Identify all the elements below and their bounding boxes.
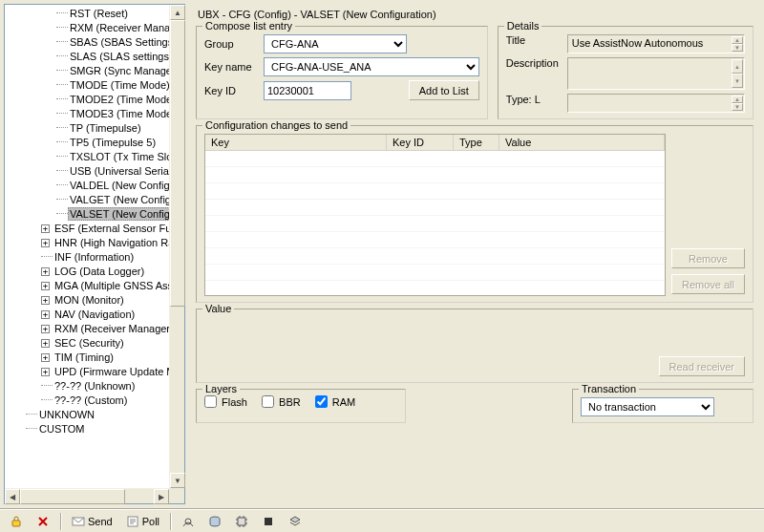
send-button[interactable]: Send xyxy=(66,512,118,531)
spin-down-icon[interactable]: ▼ xyxy=(732,44,743,52)
tree-item[interactable]: VALDEL (New Configurat... xyxy=(7,179,184,193)
tree-item-label[interactable]: RXM (Receiver Manager) xyxy=(68,22,184,33)
tree-item[interactable]: TP (Timepulse) xyxy=(7,121,184,136)
tree-item-label[interactable]: TXSLOT (Tx Time Slots) xyxy=(68,151,184,162)
spin-up-icon[interactable]: ▲ xyxy=(732,36,743,44)
remove-button[interactable]: Remove xyxy=(671,248,745,268)
tree-item-label[interactable]: RST (Reset) xyxy=(68,8,130,19)
lock-button[interactable] xyxy=(4,512,29,531)
tree-expander-icon[interactable]: + xyxy=(41,368,50,376)
tree-item-label[interactable]: USB (Universal Serial Bus... xyxy=(68,165,184,177)
tool-button-1[interactable] xyxy=(176,512,201,531)
tool-button-4[interactable] xyxy=(256,512,281,531)
tree-item[interactable]: UNKNOWN xyxy=(7,408,184,422)
tree-item-label[interactable]: SLAS (SLAS settings) xyxy=(68,51,175,62)
bbr-checkbox-label[interactable]: BBR xyxy=(262,396,301,408)
message-tree[interactable]: RST (Reset)RXM (Receiver Manager)SBAS (S… xyxy=(7,7,184,436)
scroll-left-icon[interactable]: ◀ xyxy=(5,489,20,504)
ram-checkbox[interactable] xyxy=(315,395,328,408)
tree-item-label[interactable]: TIM (Timing) xyxy=(53,351,116,363)
read-receiver-button[interactable]: Read receiver xyxy=(659,356,745,376)
tree-item[interactable]: TMODE2 (Time Mode 2) xyxy=(7,93,184,107)
tree-item[interactable]: SMGR (Sync Manager Co... xyxy=(7,64,184,78)
tree-item-label[interactable]: INF (Information) xyxy=(53,251,136,263)
tree-item[interactable]: SBAS (SBAS Settings) xyxy=(7,35,184,50)
tree-expander-icon[interactable]: + xyxy=(41,310,50,319)
tree-item-label[interactable]: LOG (Data Logger) xyxy=(53,266,146,277)
tree-item[interactable]: +LOG (Data Logger) xyxy=(7,265,184,279)
tree-item-label[interactable]: CUSTOM xyxy=(37,423,86,435)
tree-item-label[interactable]: RXM (Receiver Manager) xyxy=(53,323,176,334)
tree-item-label[interactable]: TMODE3 (Time Mode 3) xyxy=(68,108,184,119)
tree-item[interactable]: +MON (Monitor) xyxy=(7,293,184,308)
tree-item[interactable]: +MGA (Multiple GNSS Assistar... xyxy=(7,279,184,293)
poll-button[interactable]: Poll xyxy=(120,512,165,531)
tree-item[interactable]: TMODE (Time Mode) xyxy=(7,78,184,93)
tree-item-label[interactable]: SEC (Security) xyxy=(53,337,126,349)
vscroll-thumb[interactable] xyxy=(170,20,185,307)
tree-item-label[interactable]: HNR (High Navigation Rate) xyxy=(53,237,184,248)
tree-item[interactable]: TMODE3 (Time Mode 3) xyxy=(7,107,184,121)
tool-button-3[interactable] xyxy=(229,512,254,531)
tree-item[interactable]: +ESF (External Sensor Fusion... xyxy=(7,222,184,236)
tool-button-5[interactable] xyxy=(283,512,308,531)
tree-item-label[interactable]: VALDEL (New Configurat... xyxy=(68,180,184,191)
col-key[interactable]: Key xyxy=(205,135,387,150)
scroll-up-icon[interactable]: ▲ xyxy=(170,5,185,20)
tree-expander-icon[interactable]: + xyxy=(41,325,50,333)
tree-item[interactable]: INF (Information) xyxy=(7,250,184,265)
tree-item[interactable]: VALGET (New Configurat... xyxy=(7,193,184,207)
delete-button[interactable] xyxy=(31,512,55,531)
col-keyid[interactable]: Key ID xyxy=(387,135,454,150)
spin-down-icon[interactable]: ▼ xyxy=(732,103,743,111)
tree-item[interactable]: +SEC (Security) xyxy=(7,336,184,351)
tree-item[interactable]: USB (Universal Serial Bus... xyxy=(7,164,184,179)
remove-all-button[interactable]: Remove all xyxy=(671,274,745,294)
tree-item[interactable]: ??-?? (Unknown) xyxy=(7,379,184,394)
spin-up-icon[interactable]: ▲ xyxy=(732,96,743,103)
tree-item[interactable]: SLAS (SLAS settings) xyxy=(7,50,184,64)
tree-item[interactable]: +HNR (High Navigation Rate) xyxy=(7,236,184,250)
scroll-down-icon[interactable]: ▼ xyxy=(170,473,185,488)
tree-item[interactable]: VALSET (New Configurat... xyxy=(7,207,184,222)
ram-checkbox-label[interactable]: RAM xyxy=(315,396,356,408)
flash-checkbox-label[interactable]: Flash xyxy=(204,396,247,408)
tree-expander-icon[interactable]: + xyxy=(41,353,50,362)
group-select[interactable]: CFG-ANA xyxy=(264,34,407,53)
tree-item-label[interactable]: NAV (Navigation) xyxy=(53,309,137,320)
tree-item-label[interactable]: MGA (Multiple GNSS Assistar... xyxy=(53,280,184,291)
flash-checkbox[interactable] xyxy=(204,395,217,408)
tree-item[interactable]: TP5 (Timepulse 5) xyxy=(7,136,184,150)
hscroll-thumb[interactable] xyxy=(20,489,125,504)
tree-expander-icon[interactable]: + xyxy=(41,267,50,276)
col-value[interactable]: Value xyxy=(499,135,665,150)
keyname-select[interactable]: CFG-ANA-USE_ANA xyxy=(264,57,479,76)
tree-item-label[interactable]: SMGR (Sync Manager Co... xyxy=(68,65,184,76)
tree-vscrollbar[interactable]: ▲ ▼ xyxy=(169,5,184,488)
tree-item-label[interactable]: VALGET (New Configurat... xyxy=(68,194,184,205)
tree-item-label[interactable]: ??-?? (Unknown) xyxy=(53,380,137,392)
tree-item-label[interactable]: ESF (External Sensor Fusion... xyxy=(53,223,184,234)
tree-item[interactable]: +NAV (Navigation) xyxy=(7,308,184,322)
scroll-right-icon[interactable]: ▶ xyxy=(154,489,169,504)
tree-item[interactable]: ??-?? (Custom) xyxy=(7,394,184,408)
tree-expander-icon[interactable]: + xyxy=(41,296,50,305)
bbr-checkbox[interactable] xyxy=(262,395,274,408)
tree-item-label[interactable]: SBAS (SBAS Settings) xyxy=(68,36,179,48)
tree-expander-icon[interactable]: + xyxy=(41,282,50,290)
tree-item-label[interactable]: TMODE2 (Time Mode 2) xyxy=(68,94,184,105)
tree-expander-icon[interactable]: + xyxy=(41,224,50,233)
tree-hscrollbar[interactable]: ◀ ▶ xyxy=(5,488,169,503)
tree-item-label[interactable]: MON (Monitor) xyxy=(53,294,126,306)
tree-item[interactable]: +UPD (Firmware Update Mess... xyxy=(7,365,184,379)
config-changes-table[interactable]: Key Key ID Type Value xyxy=(204,134,666,296)
config-changes-body[interactable] xyxy=(205,151,665,295)
col-type[interactable]: Type xyxy=(454,135,499,150)
tree-item[interactable]: +TIM (Timing) xyxy=(7,351,184,365)
tree-item-label[interactable]: TMODE (Time Mode) xyxy=(68,79,172,91)
tree-item-label[interactable]: TP (Timepulse) xyxy=(68,122,143,134)
tree-item[interactable]: RST (Reset) xyxy=(7,7,184,21)
tree-item-label[interactable]: TP5 (Timepulse 5) xyxy=(68,137,158,148)
tree-expander-icon[interactable]: + xyxy=(41,339,50,348)
keyid-input[interactable] xyxy=(264,81,351,100)
